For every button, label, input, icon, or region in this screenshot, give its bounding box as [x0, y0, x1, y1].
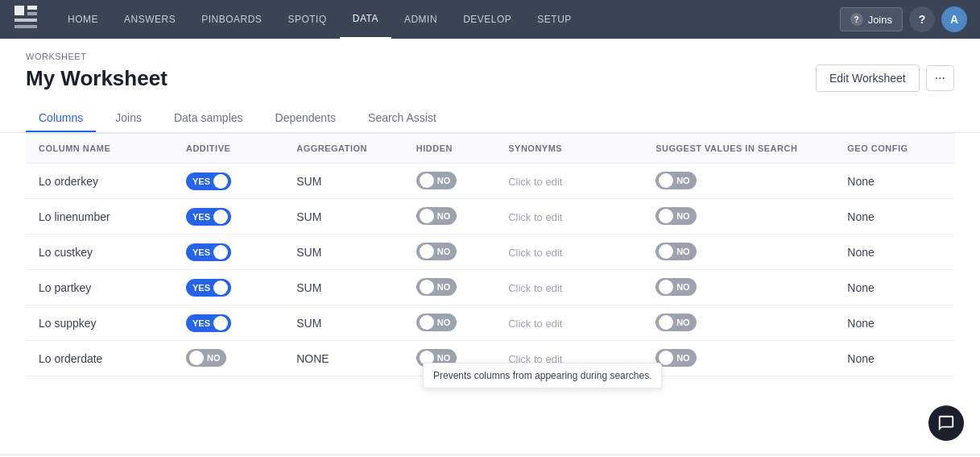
cell-hidden[interactable]: NO [403, 305, 495, 341]
page-header: WORKSHEET My Worksheet Edit Worksheet ··… [0, 39, 980, 133]
toggle-yes[interactable]: YES [186, 172, 231, 190]
cell-additive[interactable]: YES [173, 270, 283, 305]
cell-column-name: Lo orderdate [26, 341, 173, 376]
table-header-row: COLUMN NAME ADDITIVE AGGREGATION HIDDEN … [26, 134, 954, 164]
nav-spotiq[interactable]: SPOTIQ [275, 0, 339, 39]
cell-suggest-values[interactable]: NO [643, 235, 834, 270]
app-logo[interactable] [13, 4, 39, 35]
nav-right: ? Joins ? A [840, 6, 967, 32]
more-options-button[interactable]: ··· [926, 65, 954, 91]
joins-help-icon: ? [850, 13, 863, 26]
tab-search-assist[interactable]: Search Assist [355, 105, 449, 132]
tab-data-samples[interactable]: Data samples [161, 105, 256, 132]
nav-data[interactable]: DATA [340, 0, 391, 39]
breadcrumb: WORKSHEET [26, 52, 954, 61]
joins-button[interactable]: ? Joins [840, 7, 903, 31]
toggle-hidden-no[interactable]: NO [416, 172, 457, 189]
cell-aggregation: SUM [283, 235, 403, 270]
toggle-hidden-no[interactable]: NO [416, 207, 457, 225]
cell-geo-config: None [834, 305, 954, 341]
cell-hidden[interactable]: NO [403, 199, 495, 235]
cell-geo-config: None [834, 270, 954, 305]
tabs: Columns Joins Data samples Dependents Se… [26, 105, 954, 132]
svg-rect-1 [27, 6, 37, 10]
cell-hidden[interactable]: NO [403, 164, 495, 199]
toggle-yes[interactable]: YES [186, 314, 231, 332]
nav-setup[interactable]: SETUP [524, 0, 585, 39]
nav-develop[interactable]: DEVELOP [450, 0, 524, 39]
cell-additive[interactable]: NO [173, 341, 283, 376]
toggle-yes[interactable]: YES [186, 208, 231, 226]
cell-hidden[interactable]: NO [403, 235, 495, 270]
th-suggest-values: SUGGEST VALUES IN SEARCH [643, 134, 834, 164]
toggle-hidden-no[interactable]: NO [416, 278, 457, 296]
cell-column-name: Lo suppkey [26, 305, 173, 341]
toggle-suggest-no[interactable]: NO [655, 207, 697, 225]
th-synonyms: SYNONYMS [495, 134, 643, 164]
th-aggregation: AGGREGATION [283, 134, 403, 164]
toggle-yes[interactable]: YES [186, 243, 231, 261]
th-hidden: HIDDEN [403, 134, 495, 164]
th-geo-config: GEO CONFIG [834, 134, 954, 164]
th-additive: ADDITIVE [173, 134, 283, 164]
page-title-row: My Worksheet Edit Worksheet ··· [26, 64, 954, 92]
cell-synonyms[interactable]: Click to edit [495, 164, 643, 199]
toggle-suggest-no[interactable]: NO [655, 278, 697, 296]
table-row: Lo orderkeyYESSUMNOClick to editNONone [26, 164, 954, 199]
cell-additive[interactable]: YES [173, 305, 283, 341]
cell-aggregation: NONE [283, 341, 403, 376]
cell-additive[interactable]: YES [173, 235, 283, 270]
tab-dependents[interactable]: Dependents [263, 105, 349, 132]
cell-suggest-values[interactable]: NO [643, 164, 834, 199]
cell-hidden[interactable]: NO [403, 270, 495, 305]
cell-aggregation: SUM [283, 270, 403, 305]
cell-geo-config: None [834, 199, 954, 235]
user-avatar[interactable]: A [941, 6, 967, 32]
cell-aggregation: SUM [283, 164, 403, 199]
cell-suggest-values[interactable]: NO [643, 341, 834, 376]
toggle-suggest-no[interactable]: NO [655, 314, 697, 331]
chat-button[interactable] [928, 405, 964, 441]
cell-additive[interactable]: YES [173, 199, 283, 235]
cell-synonyms[interactable]: Click to edit [495, 305, 643, 341]
toggle-suggest-no[interactable]: NO [655, 172, 697, 189]
cell-aggregation: SUM [283, 199, 403, 235]
cell-suggest-values[interactable]: NO [643, 305, 834, 341]
tab-joins[interactable]: Joins [102, 105, 155, 132]
edit-worksheet-button[interactable]: Edit Worksheet [816, 64, 920, 92]
nav-items: HOME ANSWERS PINBOARDS SPOTIQ DATA ADMIN… [55, 0, 840, 39]
svg-rect-3 [14, 19, 37, 22]
cell-geo-config: None [834, 164, 954, 199]
cell-suggest-values[interactable]: NO [643, 199, 834, 235]
th-column-name: COLUMN NAME [26, 134, 173, 164]
toggle-suggest-no[interactable]: NO [655, 243, 697, 260]
cell-synonyms[interactable]: Click to edit [495, 199, 643, 235]
tab-columns[interactable]: Columns [26, 105, 96, 132]
cell-synonyms[interactable]: Click to edit [495, 270, 643, 305]
toggle-yes[interactable]: YES [186, 279, 231, 297]
toggle-no[interactable]: NO [186, 349, 227, 367]
nav-pinboards[interactable]: PINBOARDS [188, 0, 275, 39]
nav-answers[interactable]: ANSWERS [111, 0, 188, 39]
svg-rect-0 [14, 6, 24, 15]
cell-geo-config: None [834, 235, 954, 270]
cell-column-name: Lo linenumber [26, 199, 173, 235]
svg-rect-4 [14, 25, 37, 28]
help-button[interactable]: ? [909, 6, 935, 32]
cell-suggest-values[interactable]: NO [643, 270, 834, 305]
toggle-hidden-no[interactable]: NO [416, 314, 457, 331]
cell-synonyms[interactable]: Click to edit [495, 235, 643, 270]
cell-additive[interactable]: YES [173, 164, 283, 199]
cell-column-name: Lo orderkey [26, 164, 173, 199]
nav-home[interactable]: HOME [55, 0, 111, 39]
table-row: Lo partkeyYESSUMNOClick to editNONone [26, 270, 954, 305]
top-nav: HOME ANSWERS PINBOARDS SPOTIQ DATA ADMIN… [0, 0, 980, 39]
table-row: Lo suppkeyYESSUMNOClick to editNONone [26, 305, 954, 341]
page-title: My Worksheet [26, 66, 167, 91]
cell-aggregation: SUM [283, 305, 403, 341]
page-actions: Edit Worksheet ··· [816, 64, 954, 92]
cell-column-name: Lo custkey [26, 235, 173, 270]
cell-column-name: Lo partkey [26, 270, 173, 305]
toggle-hidden-no[interactable]: NO [416, 243, 457, 260]
nav-admin[interactable]: ADMIN [391, 0, 450, 39]
